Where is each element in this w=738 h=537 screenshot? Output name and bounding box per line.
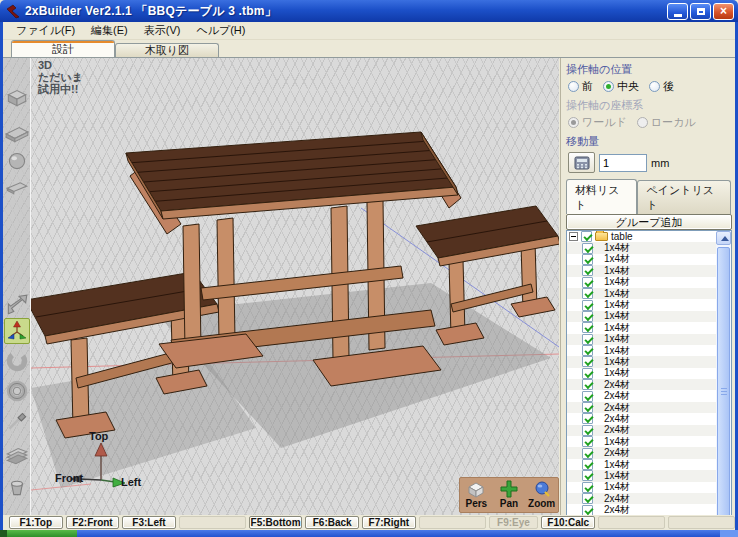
tree-item-row[interactable]: 1x4材	[567, 299, 731, 310]
start-button-top[interactable]	[7, 530, 77, 537]
tab-paint-list[interactable]: ペイントリスト	[637, 180, 731, 214]
scrollbar-thumb[interactable]	[717, 247, 730, 535]
checkbox-checked-icon[interactable]	[582, 368, 593, 379]
menu-edit[interactable]: 編集(E)	[84, 22, 135, 39]
tree-item-row[interactable]: 1x4材	[567, 368, 731, 379]
tree-item-row[interactable]: 1x4材	[567, 322, 731, 333]
board-stack-icon[interactable]	[4, 442, 30, 468]
tree-item-row[interactable]: 1x4材	[567, 288, 731, 299]
checkbox-checked-icon[interactable]	[582, 334, 593, 345]
lumber-cube-icon[interactable]	[4, 84, 30, 110]
radio-center[interactable]: 中央	[603, 79, 639, 94]
checkbox-checked-icon[interactable]	[582, 493, 593, 504]
menu-file[interactable]: ファイル(F)	[9, 22, 82, 39]
move-arrow-icon[interactable]	[4, 292, 30, 318]
radio-back[interactable]: 後	[649, 79, 674, 94]
checkbox-checked-icon[interactable]	[582, 413, 593, 424]
checkbox-checked-icon[interactable]	[582, 322, 593, 333]
scroll-up-icon[interactable]	[716, 231, 731, 245]
tree-item-row[interactable]: 1x4材	[567, 254, 731, 265]
tree-item-row[interactable]: 1x4材	[567, 334, 731, 345]
checkbox-checked-icon[interactable]	[582, 356, 593, 367]
checkbox-checked-icon[interactable]	[582, 470, 593, 481]
close-button[interactable]: ×	[713, 3, 734, 20]
tree-item-row[interactable]: 1x4材	[567, 459, 731, 470]
checkbox-checked-icon[interactable]	[582, 379, 593, 390]
checkbox-checked-icon[interactable]	[582, 459, 593, 470]
zoom-button[interactable]: Zoom	[526, 480, 558, 512]
checkbox-checked-icon[interactable]	[582, 448, 593, 459]
tree-folder-row[interactable]: table	[567, 231, 731, 242]
tree-item-row[interactable]: 2x4材	[567, 379, 731, 390]
tab-cutting-diagram[interactable]: 木取り図	[115, 43, 219, 57]
checkbox-checked-icon[interactable]	[582, 277, 593, 288]
torus-icon[interactable]	[4, 378, 30, 404]
checkbox-checked-icon[interactable]	[582, 436, 593, 447]
tab-material-list[interactable]: 材料リスト	[566, 179, 637, 214]
tree-item-row[interactable]: 2x4材	[567, 447, 731, 458]
checkbox-checked-icon[interactable]	[582, 425, 593, 436]
bucket-icon[interactable]	[4, 474, 30, 500]
tree-item-row[interactable]: 2x4材	[567, 493, 731, 504]
tree-item-row[interactable]: 1x4材	[567, 356, 731, 367]
checkbox-checked-icon[interactable]	[582, 300, 593, 311]
pers-button[interactable]: Pers	[460, 480, 492, 512]
tree-item-row[interactable]: 2x4材	[567, 413, 731, 424]
tree-scrollbar[interactable]	[716, 231, 731, 537]
checkbox-checked-icon[interactable]	[582, 391, 593, 402]
checkbox-checked-icon[interactable]	[582, 311, 593, 322]
tree-item-row[interactable]: 1x4材	[567, 265, 731, 276]
restore-button[interactable]	[690, 3, 711, 20]
checkbox-checked-icon[interactable]	[582, 345, 593, 356]
axis-gizmo-icon[interactable]	[4, 318, 30, 344]
tree-item-row[interactable]: 1x4材	[567, 482, 731, 493]
small-board-icon[interactable]	[4, 172, 30, 198]
fkey-button[interactable]: F5:Bottom	[249, 516, 303, 529]
tree-item-row[interactable]: 1x4材	[567, 311, 731, 322]
lumber-board-icon[interactable]	[4, 120, 30, 146]
fkey-button[interactable]: F6:Back	[305, 516, 359, 529]
tree-item-row[interactable]: 2x4材	[567, 402, 731, 413]
fkey-button[interactable]: F3:Left	[122, 516, 176, 529]
expander-icon[interactable]	[569, 232, 578, 241]
tree-item-row[interactable]: 2x4材	[567, 390, 731, 401]
tab-design[interactable]: 設計	[11, 40, 115, 57]
checkbox-checked-icon[interactable]	[582, 402, 593, 413]
checkbox-checked-icon[interactable]	[582, 505, 593, 516]
checkbox-checked-icon[interactable]	[582, 288, 593, 299]
minimize-button[interactable]	[667, 3, 688, 20]
title-bar[interactable]: 2xBuilder Ver2.1.1 「BBQテーブル 3 .tbm」 ×	[0, 0, 738, 22]
checkbox-checked-icon[interactable]	[582, 265, 593, 276]
menu-help[interactable]: ヘルプ(H)	[189, 22, 252, 39]
sphere-icon[interactable]	[4, 148, 30, 174]
menu-view[interactable]: 表示(V)	[137, 22, 188, 39]
fkey-button[interactable]: F2:Front	[66, 516, 120, 529]
tree-item-row[interactable]: 1x4材	[567, 277, 731, 288]
tree-item-row[interactable]: 1x4材	[567, 436, 731, 447]
checkbox-checked-icon[interactable]	[582, 243, 593, 254]
tree-item-row[interactable]: 1x4材	[567, 470, 731, 481]
add-group-button[interactable]: グループ追加	[566, 214, 732, 230]
fkey-button[interactable]	[598, 516, 665, 529]
fkey-button[interactable]: F10:Calc	[541, 516, 595, 529]
pan-button[interactable]: Pan	[493, 480, 525, 512]
fkey-button[interactable]: F7:Right	[362, 516, 416, 529]
material-tree[interactable]: table 1x4材 1x4材 1x4材	[566, 230, 732, 537]
clamp-icon[interactable]	[4, 348, 30, 374]
calculator-button[interactable]	[568, 152, 595, 173]
tree-item-row[interactable]: 1x4材	[567, 242, 731, 253]
screwdriver-icon[interactable]	[4, 408, 30, 434]
radio-front[interactable]: 前	[568, 79, 593, 94]
fkey-button[interactable]: F1:Top	[9, 516, 63, 529]
fkey-button[interactable]: F9:Eye	[489, 516, 539, 529]
fkey-button[interactable]	[419, 516, 486, 529]
viewport-3d[interactable]: 3D ただいま 試用中!! Top Front Left	[31, 58, 559, 516]
tree-item-row[interactable]: 1x4材	[567, 345, 731, 356]
move-amount-input[interactable]	[599, 154, 647, 172]
checkbox-checked-icon[interactable]	[582, 254, 593, 265]
fkey-button[interactable]	[179, 516, 246, 529]
checkbox-checked-icon[interactable]	[581, 231, 592, 242]
fkey-button[interactable]	[668, 516, 735, 529]
tree-item-row[interactable]: 2x4材	[567, 425, 731, 436]
checkbox-checked-icon[interactable]	[582, 482, 593, 493]
